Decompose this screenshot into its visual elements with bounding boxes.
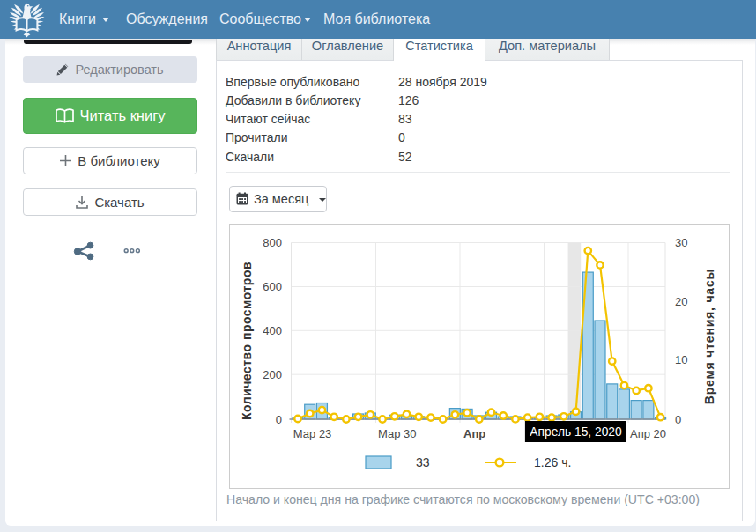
svg-text:Апр: Апр	[463, 427, 485, 440]
svg-text:33: 33	[416, 455, 430, 469]
svg-text:400: 400	[263, 324, 282, 337]
svg-text:200: 200	[263, 368, 282, 381]
svg-text:Апр 20: Апр 20	[630, 427, 666, 440]
svg-text:Мар 23: Мар 23	[293, 427, 332, 440]
svg-text:0: 0	[675, 413, 681, 426]
svg-text:Мар 30: Мар 30	[378, 427, 417, 440]
svg-text:20: 20	[675, 295, 687, 308]
svg-text:Апрель 15, 2020: Апрель 15, 2020	[530, 425, 622, 439]
svg-text:Количество просмотров: Количество просмотров	[240, 262, 254, 420]
svg-text:30: 30	[675, 236, 687, 249]
svg-text:0: 0	[276, 413, 282, 426]
svg-text:600: 600	[263, 280, 282, 293]
svg-text:10: 10	[675, 353, 687, 366]
svg-text:1.26 ч.: 1.26 ч.	[534, 455, 571, 469]
svg-text:Время чтения, часы: Время чтения, часы	[702, 269, 716, 405]
svg-text:800: 800	[263, 236, 282, 249]
